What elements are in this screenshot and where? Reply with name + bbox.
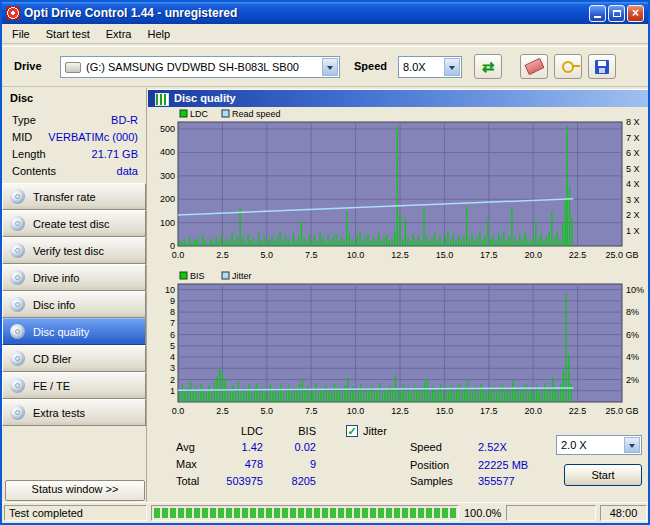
sidebar-item-fe-te[interactable]: FE / TE bbox=[2, 372, 146, 399]
start-button[interactable]: Start bbox=[564, 464, 642, 486]
menu-help[interactable]: Help bbox=[139, 26, 178, 42]
status-window-button[interactable]: Status window >> bbox=[5, 480, 145, 501]
x-axis-tick: 25.0 GB bbox=[605, 406, 638, 416]
legend-swatch bbox=[180, 110, 187, 117]
jitter-checkbox[interactable]: ✓ Jitter bbox=[346, 425, 387, 437]
x-axis-tick: 12.5 bbox=[391, 406, 409, 416]
disc-info-row: TypeBD-R bbox=[2, 112, 145, 129]
y2-axis-tick: 1 X bbox=[626, 226, 640, 236]
sidebar-item-cd-bler[interactable]: CD Bler bbox=[2, 345, 146, 372]
legend-swatch bbox=[222, 110, 229, 117]
read-speed-select[interactable]: 8.0X bbox=[398, 56, 462, 78]
speed-label: Speed bbox=[354, 60, 387, 72]
disc-info-row: Length21.71 GB bbox=[2, 146, 145, 163]
license-button[interactable] bbox=[554, 54, 582, 79]
y-axis-tick: 10 bbox=[165, 285, 175, 295]
stat-bis-value: 0.02 bbox=[266, 441, 316, 453]
x-axis-tick: 5.0 bbox=[261, 406, 274, 416]
read-speed-value: 8.0X bbox=[403, 61, 444, 73]
x-axis-tick: 22.5 bbox=[569, 406, 587, 416]
sidebar-item-create-test-disc[interactable]: Create test disc bbox=[2, 210, 146, 237]
y-axis-tick: 7 bbox=[170, 318, 175, 328]
y-axis-tick: 8 bbox=[170, 307, 175, 317]
disc-info-value: BD-R bbox=[111, 112, 138, 129]
x-axis-tick: 12.5 bbox=[391, 250, 409, 260]
x-axis-tick: 2.5 bbox=[216, 406, 229, 416]
save-icon bbox=[595, 60, 609, 74]
window-title: Opti Drive Control 1.44 - unregistered bbox=[24, 6, 585, 20]
stat-ldc-value: 503975 bbox=[208, 475, 263, 487]
stats-panel: LDC BIS Avg1.420.02Max4789Total503975820… bbox=[148, 420, 648, 504]
status-text: Test completed bbox=[4, 505, 147, 521]
minimize-button[interactable] bbox=[589, 5, 606, 22]
y-axis-tick: 6 bbox=[170, 330, 175, 340]
disc-info-label: Contents bbox=[12, 163, 56, 180]
sidebar-item-label: CD Bler bbox=[33, 353, 72, 365]
x-axis-tick: 20.0 bbox=[524, 406, 542, 416]
save-button[interactable] bbox=[588, 54, 616, 79]
chevron-down-icon[interactable] bbox=[444, 58, 460, 76]
status-bar: Test completed 100.0% 48:00 bbox=[2, 502, 648, 523]
disc-info-row: Contentsdata bbox=[2, 163, 145, 180]
y2-axis-tick: 3 X bbox=[626, 195, 640, 205]
disc-info-value: VERBATIMc (000) bbox=[48, 129, 138, 146]
y2-axis-tick: 4 X bbox=[626, 179, 640, 189]
menu-file[interactable]: File bbox=[4, 26, 38, 42]
maximize-button[interactable] bbox=[608, 5, 625, 22]
stat-ldc-value: 1.42 bbox=[208, 441, 263, 453]
erase-disc-button[interactable] bbox=[520, 54, 548, 79]
test-speed-select[interactable]: 2.0 X bbox=[556, 435, 642, 455]
sidebar: Transfer rateCreate test discVerify test… bbox=[2, 183, 146, 426]
sidebar-item-label: Verify test disc bbox=[33, 245, 104, 257]
stat-ldc-value: 478 bbox=[208, 458, 263, 470]
sidebar-item-extra-tests[interactable]: Extra tests bbox=[2, 399, 146, 426]
x-axis-tick: 7.5 bbox=[305, 406, 318, 416]
position-value: 22225 MB bbox=[478, 459, 528, 471]
drive-select[interactable]: (G:) SAMSUNG DVDWBD SH-B083L SB00 bbox=[60, 56, 340, 78]
legend-label: Read speed bbox=[232, 109, 281, 119]
drive-icon bbox=[65, 62, 81, 73]
chevron-down-icon[interactable] bbox=[322, 58, 338, 76]
sidebar-item-disc-quality[interactable]: Disc quality bbox=[2, 318, 146, 345]
menu-extra[interactable]: Extra bbox=[98, 26, 140, 42]
sidebar-item-disc-info[interactable]: Disc info bbox=[2, 291, 146, 318]
speed-stat-value: 2.52X bbox=[478, 441, 507, 453]
cd-bler-icon bbox=[10, 351, 25, 366]
keys-icon bbox=[562, 61, 574, 73]
refresh-button[interactable]: ⇄ bbox=[474, 54, 502, 79]
y-axis-tick: 3 bbox=[170, 363, 175, 373]
maximize-icon bbox=[613, 10, 621, 17]
title-bar: Opti Drive Control 1.44 - unregistered × bbox=[2, 2, 648, 24]
sidebar-item-drive-info[interactable]: Drive info bbox=[2, 264, 146, 291]
y2-axis-tick: 8% bbox=[626, 307, 639, 317]
extra-tests-icon bbox=[10, 405, 25, 420]
chevron-down-icon[interactable] bbox=[624, 437, 640, 453]
legend-label: BIS bbox=[190, 271, 205, 281]
checkbox-check-icon[interactable]: ✓ bbox=[346, 425, 358, 437]
bis-column-header: BIS bbox=[266, 425, 316, 437]
x-axis-tick: 17.5 bbox=[480, 406, 498, 416]
jitter-label: Jitter bbox=[363, 425, 387, 437]
y2-axis-tick: 2 X bbox=[626, 210, 640, 220]
drive-select-value: (G:) SAMSUNG DVDWBD SH-B083L SB00 bbox=[86, 61, 317, 73]
y-axis-tick: 4 bbox=[170, 352, 175, 362]
x-axis-tick: 15.0 bbox=[436, 250, 454, 260]
menu-bar: FileStart testExtraHelp bbox=[2, 24, 648, 43]
transfer-rate-icon bbox=[10, 189, 25, 204]
y2-axis-tick: 4% bbox=[626, 352, 639, 362]
sidebar-item-transfer-rate[interactable]: Transfer rate bbox=[2, 183, 146, 210]
y2-axis-tick: 5 X bbox=[626, 164, 640, 174]
toolbar: Drive (G:) SAMSUNG DVDWBD SH-B083L SB00 … bbox=[2, 46, 648, 86]
close-button[interactable]: × bbox=[627, 5, 644, 22]
eraser-icon bbox=[524, 58, 544, 75]
progress-bar-fill bbox=[154, 508, 456, 518]
main-header: Disc quality bbox=[148, 90, 648, 107]
position-label: Position bbox=[410, 459, 449, 471]
x-axis-tick: 0.0 bbox=[172, 250, 185, 260]
sidebar-item-verify-test-disc[interactable]: Verify test disc bbox=[2, 237, 146, 264]
samples-label: Samples bbox=[410, 475, 453, 487]
y-axis-tick: 5 bbox=[170, 341, 175, 351]
legend-label: LDC bbox=[190, 109, 209, 119]
left-panel: Disc TypeBD-RMIDVERBATIMc (000)Length21.… bbox=[2, 88, 147, 503]
menu-start-test[interactable]: Start test bbox=[38, 26, 98, 42]
